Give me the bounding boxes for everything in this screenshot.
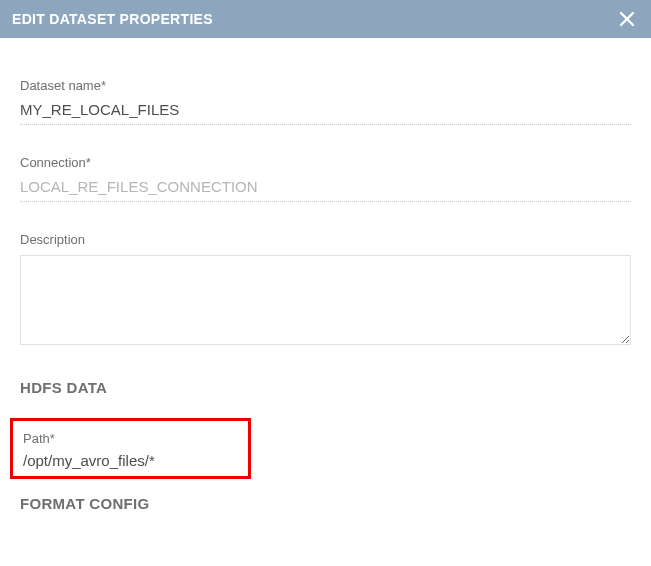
path-label: Path* [23,431,238,446]
description-label: Description [20,232,631,247]
dataset-name-label: Dataset name* [20,78,631,93]
hdfs-section-title: HDFS DATA [20,379,631,396]
description-field: Description [20,232,631,349]
format-section-title: FORMAT CONFIG [20,495,631,512]
connection-label: Connection* [20,155,631,170]
connection-field: Connection* [20,155,631,202]
dialog-header: EDIT DATASET PROPERTIES [0,0,651,38]
dataset-name-field: Dataset name* [20,78,631,125]
dialog-body: Dataset name* Connection* Description HD… [0,38,651,512]
close-button[interactable] [617,9,637,29]
description-textarea[interactable] [20,255,631,345]
path-input[interactable] [23,450,238,469]
dialog-title: EDIT DATASET PROPERTIES [12,11,213,27]
connection-input[interactable] [20,176,631,202]
close-icon [619,11,635,27]
dataset-name-input[interactable] [20,99,631,125]
path-highlight-box: Path* [10,418,251,479]
